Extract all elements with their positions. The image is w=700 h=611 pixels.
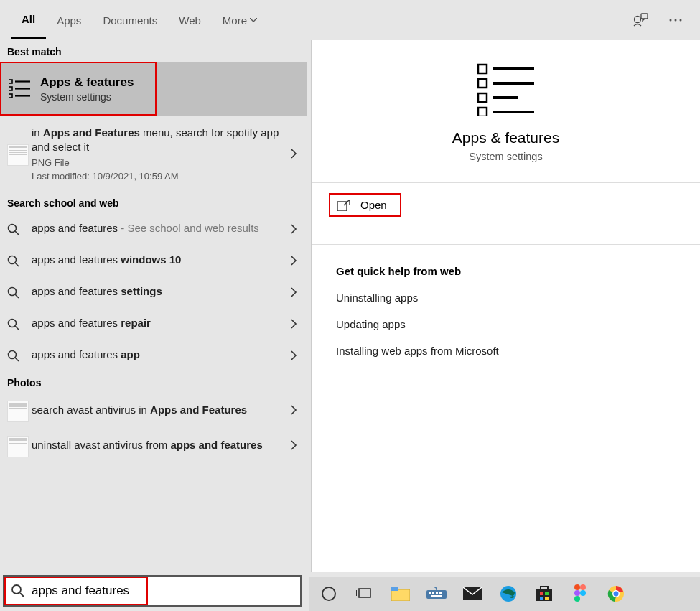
- cortana-icon[interactable]: [317, 582, 340, 605]
- svg-point-19: [9, 351, 17, 359]
- help-link-installing[interactable]: Installing web apps from Microsoft: [312, 337, 700, 364]
- svg-rect-42: [439, 592, 442, 594]
- tab-apps[interactable]: Apps: [46, 3, 92, 38]
- svg-line-16: [15, 294, 19, 298]
- file-explorer-icon[interactable]: [389, 582, 412, 605]
- svg-rect-46: [536, 589, 552, 601]
- svg-rect-51: [545, 597, 549, 600]
- photo-result-1[interactable]: search avast antivirus in Apps and Featu…: [0, 393, 307, 428]
- svg-point-0: [635, 17, 641, 23]
- svg-rect-21: [478, 65, 487, 73]
- svg-point-17: [9, 320, 17, 327]
- web-result-5-text: apps and features app: [32, 348, 302, 362]
- more-options-icon[interactable]: [658, 11, 693, 29]
- file-result-modified: Last modified: 10/9/2021, 10:59 AM: [32, 170, 281, 183]
- svg-point-54: [574, 590, 580, 596]
- chevron-right-icon[interactable]: [291, 224, 297, 234]
- tab-documents[interactable]: Documents: [92, 3, 168, 38]
- svg-point-13: [9, 256, 17, 264]
- svg-point-15: [9, 288, 17, 296]
- apps-features-icon: [6, 79, 34, 99]
- svg-rect-1: [641, 14, 648, 19]
- photo-result-2[interactable]: uninstall avast antivirus from apps and …: [0, 428, 307, 463]
- preview-title: Apps & features: [330, 129, 681, 146]
- chevron-right-icon[interactable]: [291, 440, 297, 450]
- chevron-right-icon[interactable]: [291, 405, 297, 415]
- svg-point-30: [12, 585, 21, 594]
- chrome-icon[interactable]: [605, 582, 627, 605]
- figma-icon[interactable]: [569, 582, 592, 605]
- tab-more-label: More: [223, 14, 247, 27]
- svg-rect-41: [436, 592, 438, 594]
- svg-point-3: [675, 19, 677, 22]
- feedback-icon[interactable]: [622, 6, 658, 34]
- help-link-updating[interactable]: Updating apps: [312, 311, 700, 337]
- svg-rect-48: [540, 592, 543, 595]
- photo-result-1-text: search avast antivirus in Apps and Featu…: [32, 403, 302, 417]
- tab-web[interactable]: Web: [168, 3, 212, 38]
- section-school-web: Search school and web: [0, 192, 307, 213]
- preview-subtitle: System settings: [330, 151, 681, 162]
- svg-point-59: [614, 592, 619, 597]
- svg-rect-6: [9, 87, 12, 90]
- svg-line-12: [15, 231, 19, 235]
- section-photos: Photos: [0, 371, 307, 393]
- svg-rect-29: [337, 202, 347, 211]
- svg-rect-37: [391, 587, 398, 591]
- svg-rect-39: [429, 592, 431, 594]
- keyboard-icon[interactable]: [425, 582, 448, 605]
- chevron-right-icon[interactable]: [291, 350, 297, 360]
- web-result-2-text: apps and features windows 10: [32, 253, 302, 267]
- svg-line-20: [15, 358, 19, 361]
- photo-thumbnail-icon: [7, 401, 29, 422]
- chevron-right-icon[interactable]: [291, 256, 297, 266]
- web-result-1[interactable]: apps and features - See school and web r…: [0, 213, 307, 245]
- open-icon: [337, 200, 350, 211]
- tab-all[interactable]: All: [11, 1, 46, 39]
- search-icon: [7, 223, 20, 236]
- results-panel: Best match Apps & features System settin: [0, 40, 307, 572]
- filter-tabs: All Apps Documents Web More: [0, 0, 700, 40]
- search-input[interactable]: [32, 577, 300, 605]
- search-box[interactable]: [3, 575, 302, 607]
- tab-more[interactable]: More: [212, 3, 268, 38]
- chevron-right-icon[interactable]: [291, 287, 297, 297]
- preview-icon: [330, 63, 681, 116]
- svg-point-52: [574, 584, 580, 590]
- taskbar: [309, 577, 700, 611]
- task-view-icon[interactable]: [353, 582, 376, 605]
- chevron-right-icon[interactable]: [291, 149, 297, 159]
- mail-icon[interactable]: [461, 582, 484, 605]
- web-result-4[interactable]: apps and features repair: [0, 308, 307, 340]
- open-button[interactable]: Open: [329, 193, 401, 217]
- best-match-result[interactable]: Apps & features System settings: [0, 62, 307, 116]
- svg-point-55: [580, 590, 586, 596]
- web-result-1-text: apps and features - See school and web r…: [32, 221, 302, 235]
- chevron-down-icon: [250, 18, 257, 22]
- svg-point-32: [322, 587, 335, 600]
- store-icon[interactable]: [533, 582, 556, 605]
- web-result-3[interactable]: apps and features settings: [0, 276, 307, 308]
- svg-rect-24: [478, 108, 487, 116]
- web-result-2[interactable]: apps and features windows 10: [0, 245, 307, 276]
- edge-icon[interactable]: [497, 582, 520, 605]
- svg-rect-40: [432, 592, 434, 594]
- photo-result-2-text: uninstall avast antivirus from apps and …: [32, 438, 302, 452]
- file-result[interactable]: in Apps and Features menu, search for sp…: [0, 116, 307, 192]
- search-icon: [7, 286, 20, 299]
- svg-point-11: [9, 225, 17, 233]
- open-label: Open: [360, 199, 387, 211]
- section-best-match: Best match: [0, 40, 307, 62]
- help-link-uninstalling[interactable]: Uninstalling apps: [312, 284, 700, 311]
- web-result-5[interactable]: apps and features app: [0, 340, 307, 371]
- preview-panel: Apps & features System settings Open Get…: [311, 40, 700, 572]
- svg-point-56: [574, 596, 580, 602]
- svg-rect-33: [359, 589, 370, 597]
- svg-point-2: [670, 19, 672, 22]
- png-thumbnail-icon: [7, 144, 29, 166]
- search-icon: [7, 318, 20, 331]
- svg-rect-49: [545, 592, 549, 595]
- chevron-right-icon[interactable]: [291, 319, 297, 329]
- svg-rect-47: [541, 586, 548, 589]
- web-result-4-text: apps and features repair: [32, 316, 302, 330]
